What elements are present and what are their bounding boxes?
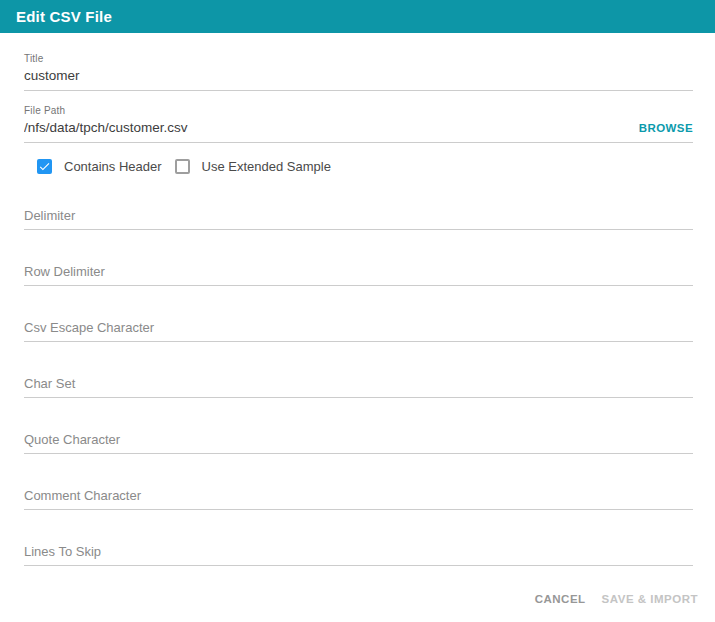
browse-button[interactable]: BROWSE [639, 122, 693, 134]
char-set-field-group [24, 372, 693, 398]
checkbox-unchecked-icon[interactable] [175, 159, 190, 174]
quote-character-input[interactable] [24, 428, 693, 454]
file-path-field-group: File Path BROWSE [24, 105, 693, 143]
lines-to-skip-input[interactable] [24, 540, 693, 566]
dialog-footer: CANCEL SAVE & IMPORT [0, 582, 715, 622]
delimiter-input[interactable] [24, 204, 693, 230]
title-input[interactable] [24, 65, 693, 91]
quote-character-field-group [24, 428, 693, 454]
row-delimiter-input[interactable] [24, 260, 693, 286]
row-delimiter-field-group [24, 260, 693, 286]
contains-header-label: Contains Header [64, 159, 162, 174]
file-path-field-label: File Path [24, 105, 693, 117]
comment-character-field-group [24, 484, 693, 510]
comment-character-input[interactable] [24, 484, 693, 510]
cancel-button[interactable]: CANCEL [527, 587, 594, 611]
use-extended-sample-label: Use Extended Sample [202, 159, 331, 174]
save-and-import-button[interactable]: SAVE & IMPORT [594, 587, 706, 611]
use-extended-sample-checkbox[interactable]: Use Extended Sample [175, 159, 331, 174]
edit-csv-dialog: Edit CSV File Title File Path BROWSE Con… [0, 0, 715, 622]
char-set-input[interactable] [24, 372, 693, 398]
checkbox-row: Contains Header Use Extended Sample [37, 159, 693, 174]
lines-to-skip-field-group [24, 540, 693, 566]
title-field-group: Title [24, 53, 693, 91]
contains-header-checkbox[interactable]: Contains Header [37, 159, 162, 174]
file-path-input[interactable] [24, 117, 693, 143]
checkbox-checked-icon[interactable] [37, 159, 52, 174]
dialog-title: Edit CSV File [0, 0, 715, 33]
title-field-label: Title [24, 53, 693, 65]
delimiter-field-group [24, 204, 693, 230]
csv-escape-character-field-group [24, 316, 693, 342]
dialog-body: Title File Path BROWSE Contains Header U… [0, 33, 715, 582]
csv-escape-character-input[interactable] [24, 316, 693, 342]
